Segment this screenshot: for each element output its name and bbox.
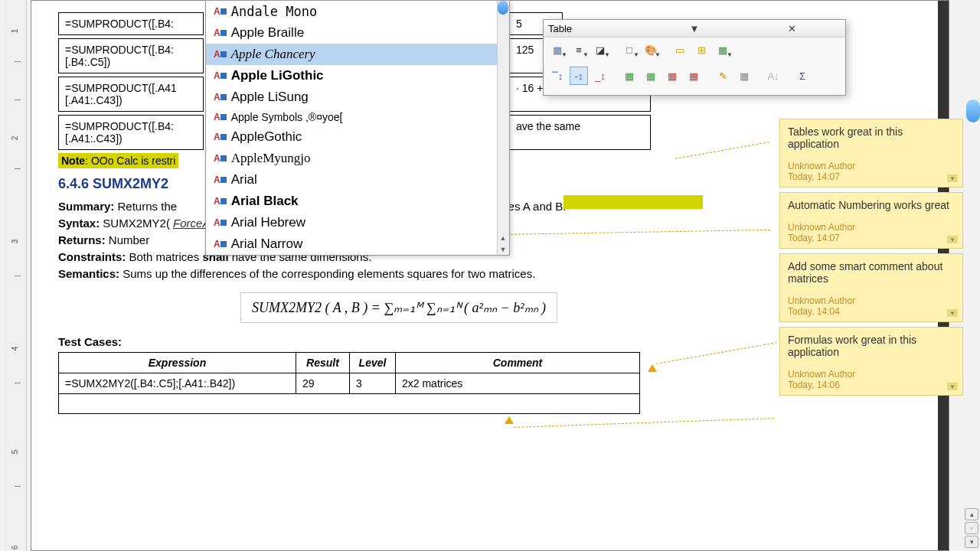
formula-cell[interactable]: =SUMPRODUCT([.B4:	[58, 12, 204, 35]
comment-text: Tables work great in this application	[788, 126, 955, 150]
font-option[interactable]: AArial Hebrew	[206, 212, 509, 233]
valign-mid-button[interactable]: -↕	[570, 67, 588, 85]
font-option[interactable]: AAndale Mono	[206, 1, 509, 22]
scroll-up-icon[interactable]: ▴	[965, 508, 978, 520]
font-option[interactable]: AApple Symbols ,®¤yoe[	[206, 108, 509, 126]
props-button[interactable]: ▦	[735, 67, 753, 85]
comment-meta: Unknown AuthorToday, 14:07	[788, 222, 955, 243]
font-option[interactable]: AApple Braille	[206, 22, 509, 44]
valign-mid-icon: -↕	[575, 70, 583, 82]
comment-menu-icon[interactable]: ▼	[947, 236, 958, 243]
scroll-down-icon[interactable]: ▾	[965, 536, 978, 548]
toolbar-options-icon[interactable]: ▼	[645, 22, 743, 34]
formula-cell[interactable]: =SUMPRODUCT([.B4: [.A41:.C43])	[58, 115, 204, 150]
delete-col-icon: ▦	[689, 70, 698, 82]
comment-anchor-icon[interactable]	[505, 416, 514, 424]
font-option[interactable]: AArial Narrow	[206, 233, 509, 255]
font-option[interactable]: AApple LiSung	[206, 86, 509, 108]
split-button[interactable]: ⊞	[692, 41, 710, 59]
comments-panel: Tables work great in this applicationUnk…	[779, 119, 963, 396]
autoformat-button[interactable]: ✎	[714, 67, 732, 85]
formula-cell[interactable]: =SUMPRODUCT([.B4: [.B4:.C5])	[58, 38, 204, 73]
delete-col-button[interactable]: ▦	[684, 67, 703, 85]
scroll-target-icon[interactable]: ◦	[965, 522, 978, 534]
testcases-label: Test Cases:	[58, 335, 740, 348]
comment-text: Formulas work great in this application	[788, 334, 955, 358]
font-type-icon: A	[214, 28, 227, 38]
valign-bot-icon: _↕	[595, 70, 606, 82]
font-option[interactable]: AArial Black	[206, 191, 509, 212]
result-cell[interactable]: ave the same	[509, 115, 651, 150]
font-type-icon: A	[214, 239, 227, 249]
delete-row-button[interactable]: ▦	[663, 67, 681, 85]
formula-display: SUMX2MY2 ( A , B ) = ∑ₘ₌₁ᴹ ∑ₙ₌₁ᴺ ( a²ₘₙ …	[240, 292, 557, 323]
comment-text: Automatic Numbering works great	[788, 199, 955, 211]
table-icon-button[interactable]: ▦▼	[548, 41, 567, 59]
font-type-icon: A	[214, 6, 227, 17]
comment-meta: Unknown AuthorToday, 14:07	[788, 161, 955, 182]
font-type-icon: A	[214, 217, 227, 228]
font-option[interactable]: AArial	[206, 169, 509, 191]
close-icon[interactable]: ✕	[743, 22, 841, 34]
bg-none-icon: □	[626, 44, 632, 56]
table-row[interactable]	[59, 394, 640, 414]
line-style-icon: ≡	[576, 44, 582, 56]
scroll-nav-buttons[interactable]: ▴ ◦ ▾	[965, 508, 980, 548]
sort-button[interactable]: A↓	[764, 67, 782, 85]
comment-note[interactable]: Automatic Numbering works greatUnknown A…	[779, 192, 963, 249]
valign-top-icon: ⎺↕	[552, 70, 564, 82]
comment-note[interactable]: Add some smart comment about matricesUnk…	[779, 253, 963, 322]
border-color-button[interactable]: ◪▼	[591, 41, 609, 59]
note-highlight: Note: OOo Calc is restri	[58, 153, 178, 168]
insert-row-button[interactable]: ▦	[620, 67, 639, 85]
props-icon: ▦	[740, 70, 749, 82]
font-option[interactable]: AAppleMyungjo	[206, 148, 509, 169]
table-toolbar[interactable]: Table ▼ ✕ ▦▼≡▼◪▼□▼🎨▼▭⊞▦▼⎺↕-↕_↕▦▦▦▦✎▦A↓Σ	[543, 19, 846, 96]
comment-menu-icon[interactable]: ▼	[947, 174, 958, 182]
sum-icon: Σ	[799, 70, 805, 82]
bg-color-button[interactable]: 🎨▼	[642, 41, 660, 59]
font-type-icon: A	[214, 132, 227, 142]
font-option[interactable]: AApple Chancery	[206, 44, 509, 65]
table-row[interactable]: =SUMX2MY2([.B4:.C5];[.A41:.B42]) 29 3 2x…	[59, 373, 640, 394]
comment-anchor-icon[interactable]	[648, 364, 657, 372]
optimize-button[interactable]: ▦▼	[714, 41, 732, 59]
comment-meta: Unknown AuthorToday, 14:06	[788, 369, 955, 390]
font-type-icon: A	[214, 112, 227, 122]
insert-row-icon: ▦	[625, 70, 634, 82]
autoformat-icon: ✎	[719, 70, 727, 82]
font-type-icon: A	[214, 49, 227, 60]
font-dropdown[interactable]: ▲▼ AAndale MonoAApple BrailleAApple Chan…	[205, 0, 510, 256]
sort-icon: A↓	[767, 70, 779, 82]
vertical-ruler: 1 2 3 4 5 6	[4, 0, 27, 551]
valign-top-button[interactable]: ⎺↕	[548, 67, 567, 85]
valign-bot-button[interactable]: _↕	[591, 67, 609, 85]
merge-button[interactable]: ▭	[671, 41, 689, 59]
comment-meta: Unknown AuthorToday, 14:04	[788, 295, 955, 317]
insert-col-icon: ▦	[646, 70, 655, 82]
comment-menu-icon[interactable]: ▼	[947, 383, 958, 390]
insert-col-button[interactable]: ▦	[642, 67, 660, 85]
font-option[interactable]: AApple LiGothic	[206, 65, 509, 86]
font-option[interactable]: AAppleGothic	[206, 126, 509, 148]
sum-button[interactable]: Σ	[793, 67, 812, 85]
dropdown-scrollbar[interactable]: ▲▼	[497, 1, 509, 255]
font-type-icon: A	[214, 174, 227, 185]
line-style-button[interactable]: ≡▼	[570, 41, 588, 59]
font-type-icon: A	[214, 70, 227, 81]
toolbar-titlebar[interactable]: Table ▼ ✕	[544, 20, 845, 37]
semantics-line: Semantics: Sums up the differences of th…	[58, 267, 740, 280]
comment-note[interactable]: Tables work great in this applicationUnk…	[779, 119, 963, 187]
vertical-scrollbar-thumb[interactable]	[966, 99, 980, 122]
table-header-row: Expression Result Level Comment	[59, 353, 640, 373]
merge-icon: ▭	[675, 44, 684, 56]
bg-none-button[interactable]: □▼	[620, 41, 639, 59]
font-type-icon: A	[214, 92, 227, 103]
test-cases-table[interactable]: Expression Result Level Comment =SUMX2MY…	[58, 352, 640, 414]
comment-note[interactable]: Formulas work great in this applicationU…	[779, 327, 963, 396]
split-icon: ⊞	[697, 44, 706, 56]
formula-cell[interactable]: =SUMPRODUCT([.A41 [.A41:.C43])	[58, 77, 204, 112]
scrollbar-arrows[interactable]: ▲▼	[497, 232, 509, 255]
comment-menu-icon[interactable]: ▼	[947, 309, 958, 317]
scrollbar-thumb[interactable]	[498, 1, 508, 15]
